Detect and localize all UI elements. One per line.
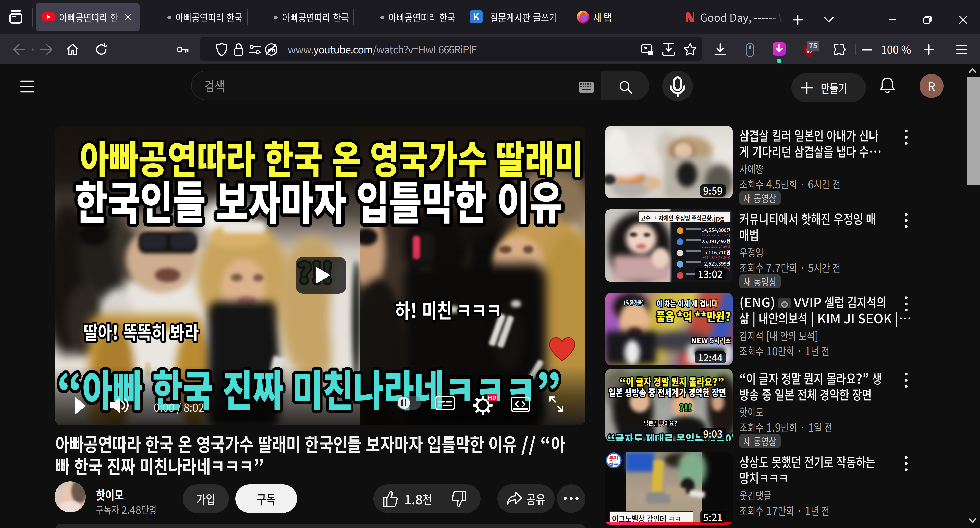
svg-text:K: K <box>473 11 479 22</box>
svg-text:75: 75 <box>809 41 817 51</box>
